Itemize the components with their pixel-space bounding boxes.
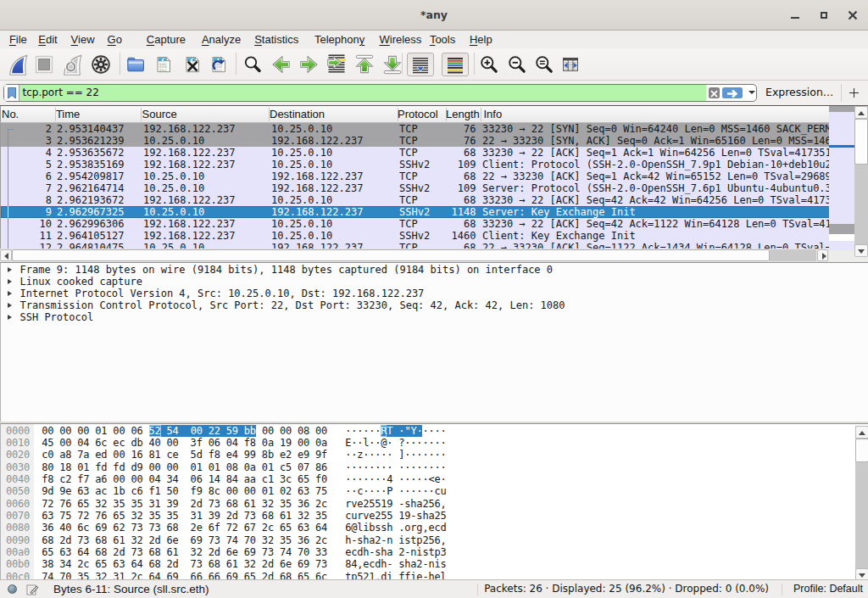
packet-row-8[interactable]: 82.962193672192.168.122.23710.25.0.10TCP… <box>1 194 829 206</box>
menu-capture[interactable]: Capture <box>147 31 186 48</box>
open-file-button[interactable] <box>125 53 147 75</box>
packet-row-9[interactable]: 92.96296732510.25.0.10192.168.122.237SSH… <box>1 206 829 218</box>
scroll-right-button[interactable] <box>817 249 829 261</box>
menu-wireless[interactable]: Wireless <box>380 31 422 48</box>
packet-row-11[interactable]: 112.964105127192.168.122.23710.25.0.10SS… <box>1 230 829 242</box>
detail-row[interactable]: Frame 9: 1148 bytes on wire (9184 bits),… <box>1 264 868 276</box>
reload-file-button[interactable]: 010101100111 <box>208 53 230 75</box>
minimize-button[interactable] <box>785 0 805 31</box>
hex-row-00c0[interactable]: 00c0 74 70 35 32 31 2c 64 69 66 66 69 65… <box>6 571 854 579</box>
packet-list-vertical-scrollbar[interactable] <box>854 106 868 256</box>
hex-row-0040[interactable]: 0040 f8 c2 f7 a6 00 00 04 34 06 14 84 aa… <box>6 473 854 485</box>
packet-row-3[interactable]: 32.95362123910.25.0.10192.168.122.237TCP… <box>1 135 829 147</box>
scrollbar-thumb[interactable] <box>12 249 770 261</box>
column-header-destination[interactable]: Destination <box>270 106 398 122</box>
go-to-bottom-button[interactable] <box>381 53 403 75</box>
detail-row[interactable]: Transmission Control Protocol, Src Port:… <box>1 299 868 311</box>
scrollbar-thumb[interactable] <box>854 119 868 165</box>
scroll-down-button[interactable] <box>854 244 868 257</box>
maximize-button[interactable] <box>814 0 834 31</box>
zoom-out-button[interactable] <box>506 53 528 75</box>
menu-file[interactable]: File <box>9 31 27 48</box>
bytes-vertical-scrollbar[interactable] <box>855 426 868 579</box>
packet-row-10[interactable]: 102.962996306192.168.122.23710.25.0.10TC… <box>1 218 829 230</box>
capture-options-button[interactable] <box>90 53 112 75</box>
filter-clear-button[interactable] <box>709 87 720 99</box>
stop-capture-button[interactable] <box>33 53 55 75</box>
packet-list-header[interactable]: No.TimeSourceDestinationProtocolLengthIn… <box>0 106 829 123</box>
title-bar[interactable]: *any <box>0 0 868 31</box>
menu-tools[interactable]: Tools <box>430 31 455 48</box>
column-header-info[interactable]: Info <box>484 106 503 122</box>
go-back-button[interactable] <box>270 53 292 75</box>
packet-row-4[interactable]: 42.953635672192.168.122.23710.25.0.10TCP… <box>1 147 829 159</box>
start-capture-button[interactable] <box>7 53 29 75</box>
expand-arrow-icon[interactable] <box>8 267 12 272</box>
scrollbar-trough[interactable] <box>770 249 816 261</box>
menu-edit[interactable]: Edit <box>38 31 57 48</box>
menu-view[interactable]: View <box>71 31 95 48</box>
column-header-protocol[interactable]: Protocol <box>398 106 445 122</box>
hex-row-0020[interactable]: 0020 c0 a8 7a ed 00 16 81 ce 5d f8 e4 99… <box>6 449 854 461</box>
resize-columns-button[interactable] <box>559 53 581 75</box>
packet-row-12[interactable]: 122.96481047510.25.0.10192.168.122.237TC… <box>1 242 829 249</box>
scroll-up-button[interactable] <box>854 106 868 119</box>
close-button[interactable] <box>843 0 863 31</box>
menu-help[interactable]: Help <box>470 31 492 48</box>
expand-arrow-icon[interactable] <box>8 291 12 296</box>
scrollbar-thumb[interactable] <box>855 439 868 462</box>
intelligent-scrollbar-minimap[interactable] <box>829 106 854 250</box>
zoom-in-button[interactable] <box>478 53 500 75</box>
zoom-reset-button[interactable] <box>533 53 555 75</box>
colorize-packets-button[interactable] <box>442 53 469 76</box>
hex-row-0010[interactable]: 0010 45 00 04 6c ec db 40 00 3f 06 04 f8… <box>6 437 854 449</box>
scroll-down-button[interactable] <box>855 568 868 579</box>
column-header-no[interactable]: No. <box>2 106 55 122</box>
column-header-time[interactable]: Time <box>56 106 140 122</box>
hex-row-0090[interactable]: 0090 68 2d 73 68 61 32 2d 6e 69 73 74 70… <box>6 534 854 546</box>
filter-bookmark-button[interactable] <box>4 85 19 101</box>
menu-analyze[interactable]: Analyze <box>202 31 241 48</box>
packet-list-horizontal-scrollbar[interactable] <box>0 249 829 262</box>
restart-capture-button[interactable] <box>61 53 83 75</box>
hex-row-0050[interactable]: 0050 9d 9e 63 ac 1b c6 f1 50 f9 8c 00 00… <box>6 485 854 497</box>
column-header-length[interactable]: Length <box>446 106 481 122</box>
save-file-button[interactable]: 010101100111 <box>153 53 175 75</box>
expand-arrow-icon[interactable] <box>8 315 12 320</box>
column-separator[interactable] <box>141 108 142 121</box>
packet-row-6[interactable]: 62.95420981710.25.0.10192.168.122.237TCP… <box>1 170 829 182</box>
menu-statistics[interactable]: Statistics <box>254 31 298 48</box>
packet-row-5[interactable]: 52.953835169192.168.122.23710.25.0.10SSH… <box>1 159 829 170</box>
hex-row-00b0[interactable]: 00b0 38 34 2c 65 63 64 68 2d 73 68 61 32… <box>6 558 854 570</box>
hex-row-0030[interactable]: 0030 80 18 01 fd fd d9 00 00 01 01 08 0a… <box>6 461 854 473</box>
menu-telephony[interactable]: Telephony <box>314 31 364 48</box>
expression-button[interactable]: Expression… <box>765 81 833 105</box>
scroll-left-button[interactable] <box>0 249 12 261</box>
detail-row[interactable]: SSH Protocol <box>1 311 868 323</box>
hex-row-0000[interactable]: 0000 00 00 00 01 00 06 52 54 00 22 59 bb… <box>6 425 854 437</box>
display-filter-field[interactable]: tcp.port == 22 <box>3 84 757 102</box>
filter-dropdown-button[interactable] <box>748 91 755 94</box>
menu-go[interactable]: Go <box>108 31 122 48</box>
column-header-source[interactable]: Source <box>142 106 269 122</box>
packet-row-7[interactable]: 72.96216471410.25.0.10192.168.122.237SSH… <box>1 182 829 194</box>
packet-row-2[interactable]: 22.953140437192.168.122.23710.25.0.10TCP… <box>1 123 829 135</box>
add-filter-button[interactable] <box>847 81 862 105</box>
close-file-button[interactable]: 010101100111 <box>181 53 203 75</box>
auto-scroll-button[interactable] <box>407 53 434 76</box>
hex-row-00a0[interactable]: 00a0 65 63 64 68 2d 73 68 61 32 2d 6e 69… <box>6 546 854 558</box>
hex-row-0080[interactable]: 0080 36 40 6c 69 62 73 73 68 2e 6f 72 67… <box>6 522 854 534</box>
go-forward-button[interactable] <box>298 53 320 75</box>
column-separator[interactable] <box>481 108 481 121</box>
hex-row-0070[interactable]: 0070 63 75 72 76 65 32 35 35 31 39 2d 73… <box>6 510 854 522</box>
expert-info-icon[interactable] <box>8 584 17 594</box>
find-packet-button[interactable] <box>242 53 264 75</box>
filter-apply-button[interactable] <box>722 87 743 99</box>
go-to-packet-button[interactable] <box>326 53 348 75</box>
detail-row[interactable]: Internet Protocol Version 4, Src: 10.25.… <box>1 288 868 299</box>
status-profile[interactable]: Profile: Default <box>787 580 863 598</box>
detail-row[interactable]: Linux cooked capture <box>1 276 868 288</box>
expand-arrow-icon[interactable] <box>8 279 12 284</box>
capture-comment-icon[interactable] <box>26 584 39 596</box>
scroll-up-button[interactable] <box>855 426 868 439</box>
